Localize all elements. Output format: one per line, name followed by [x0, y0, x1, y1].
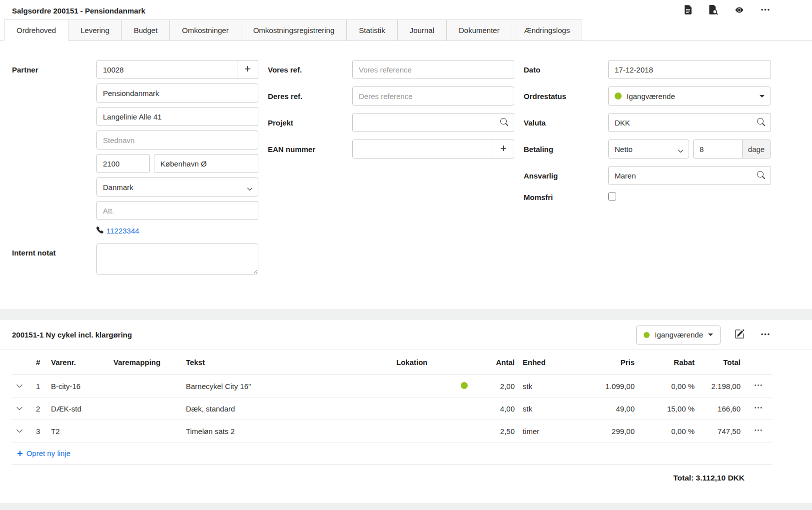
- col-price: Pris: [564, 358, 639, 366]
- col-qty: Antal: [475, 358, 519, 366]
- partner-name-input[interactable]: [96, 84, 258, 102]
- expand-row-button[interactable]: [12, 405, 32, 412]
- order-total: Total: 3.112,10 DKK: [12, 464, 772, 486]
- search-icon[interactable]: [757, 171, 765, 180]
- partner-phone-link[interactable]: 11223344: [106, 226, 139, 235]
- line-discount: 0,00 %: [639, 427, 699, 436]
- row-more-menu-button[interactable]: [745, 426, 772, 436]
- table-row: 2 DÆK-std Dæk, standard 4,00 stk 49,00 1…: [12, 398, 772, 420]
- document-preview-button[interactable]: [706, 3, 720, 18]
- partner-place-input[interactable]: [96, 130, 258, 150]
- line-total: 2.198,00: [699, 382, 745, 390]
- vat-free-checkbox[interactable]: [608, 192, 616, 200]
- add-line-button[interactable]: + Opret ny linje: [12, 442, 772, 464]
- expand-row-button[interactable]: [12, 382, 32, 390]
- caret-down-icon: [708, 334, 713, 336]
- ellipsis-icon: [761, 5, 770, 16]
- col-num: #: [32, 358, 47, 366]
- partner-att-input[interactable]: [96, 201, 258, 220]
- page-title: Salgsordre 200151 - Pensiondanmark: [12, 6, 145, 15]
- status-dot: [644, 332, 650, 338]
- partner-street-input[interactable]: [96, 107, 258, 126]
- vat-free-label: Momsfri: [524, 193, 608, 202]
- tab-ordrehoved[interactable]: Ordrehoved: [4, 20, 68, 41]
- row-more-menu-button[interactable]: [745, 404, 772, 414]
- partner-number-input[interactable]: [96, 60, 237, 79]
- document-search-icon: [708, 5, 718, 16]
- edit-line-button[interactable]: [733, 327, 747, 342]
- payment-terms-select[interactable]: Netto: [608, 140, 689, 158]
- project-input[interactable]: [352, 113, 514, 132]
- tab-statistik[interactable]: Statistik: [347, 20, 398, 41]
- expand-row-button[interactable]: [12, 428, 32, 434]
- order-header-form: Partner +: [0, 41, 812, 310]
- col-location: Lokation: [392, 358, 475, 366]
- titlebar: Salgsordre 200151 - Pensiondanmark: [0, 0, 812, 19]
- internal-note-textarea[interactable]: [96, 244, 258, 274]
- search-icon[interactable]: [500, 118, 508, 128]
- status-dot: [615, 92, 622, 100]
- line-qty: 4,00: [475, 404, 519, 413]
- project-label: Projekt: [268, 118, 352, 127]
- plus-icon: +: [244, 64, 251, 74]
- search-icon[interactable]: [757, 118, 765, 128]
- ean-input[interactable]: [352, 140, 493, 158]
- partner-zip-input[interactable]: [96, 154, 150, 173]
- tab-budget[interactable]: Budget: [122, 20, 170, 41]
- view-button[interactable]: [732, 4, 747, 18]
- currency-label: Valuta: [524, 118, 608, 127]
- col-total: Total: [699, 358, 745, 366]
- tab-levering[interactable]: Levering: [68, 20, 122, 41]
- col-mapping: Varemapping: [109, 358, 182, 366]
- partner-label: Partner: [12, 66, 96, 74]
- payment-days-input[interactable]: [693, 140, 743, 158]
- their-ref-input[interactable]: [352, 86, 514, 106]
- ean-add-button[interactable]: +: [493, 140, 514, 158]
- line-text: Dæk, standard: [182, 404, 392, 413]
- our-ref-input[interactable]: [352, 60, 514, 79]
- order-status-value: Igangværende: [627, 92, 675, 100]
- currency-input[interactable]: [608, 113, 771, 132]
- line-qty: 2,50: [475, 427, 519, 436]
- date-input[interactable]: [608, 60, 771, 79]
- tab-journal[interactable]: Journal: [398, 20, 447, 41]
- tab-dokumenter[interactable]: Dokumenter: [447, 20, 512, 41]
- partner-city-input[interactable]: [154, 154, 258, 173]
- location-status-dot: [461, 382, 468, 389]
- line-item-no: T2: [47, 427, 109, 436]
- responsible-input[interactable]: [608, 166, 771, 185]
- line-num: 1: [32, 382, 47, 390]
- line-num: 3: [32, 427, 47, 436]
- partner-add-button[interactable]: +: [237, 60, 258, 79]
- line-price: 49,00: [564, 404, 639, 413]
- tab-aendringslogs[interactable]: Ændringslogs: [512, 20, 583, 41]
- line-qty: 2,00: [475, 382, 519, 390]
- order-line-header: 200151-1 Ny cykel incl. klargøring Igang…: [0, 320, 812, 350]
- order-lines-table: # Varenr. Varemapping Tekst Lokation Ant…: [0, 350, 812, 486]
- ean-label: EAN nummer: [268, 145, 352, 154]
- line-total: 747,50: [699, 427, 745, 436]
- more-menu-button[interactable]: [759, 3, 772, 18]
- tab-omkostningsregistrering[interactable]: Omkostningsregistrering: [241, 20, 347, 41]
- tab-omkostninger[interactable]: Omkostninger: [170, 20, 241, 41]
- document-button[interactable]: [682, 3, 694, 18]
- row-more-menu-button[interactable]: [745, 381, 772, 391]
- order-status-label: Ordrestatus: [524, 92, 608, 100]
- document-icon: [684, 5, 692, 16]
- line-unit: stk: [519, 404, 564, 413]
- line-discount: 0,00 %: [639, 382, 699, 390]
- col-unit: Enhed: [519, 358, 564, 366]
- order-status-dropdown[interactable]: Igangværende: [608, 86, 771, 106]
- line-num: 2: [32, 404, 47, 413]
- line-status-dropdown[interactable]: Igangværende: [636, 326, 721, 344]
- order-line-title: 200151-1 Ny cykel incl. klargøring: [12, 330, 132, 339]
- partner-country-select[interactable]: Danmark: [96, 178, 258, 196]
- plus-icon: +: [500, 143, 507, 154]
- add-line-label: Opret ny linje: [26, 449, 70, 458]
- order-header-card: Salgsordre 200151 - Pensiondanmark Ordre…: [0, 0, 812, 310]
- ellipsis-icon: [761, 330, 770, 340]
- table-row: 1 B-city-16 Barnecykel City 16" 2,00 stk…: [12, 375, 772, 398]
- line-more-menu-button[interactable]: [759, 328, 772, 342]
- date-label: Dato: [524, 66, 608, 74]
- line-discount: 15,00 %: [639, 404, 699, 413]
